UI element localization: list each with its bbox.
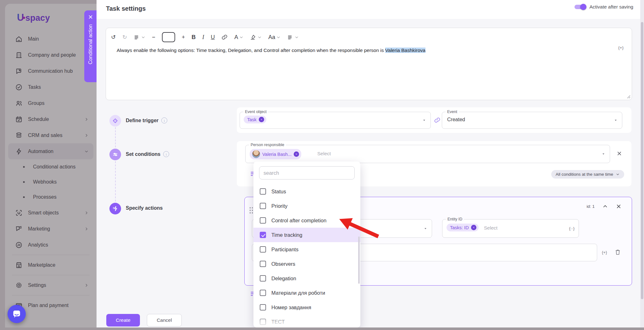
conditions-step: Set conditionsi xyxy=(126,151,169,157)
trash-icon[interactable] xyxy=(614,249,621,255)
checkbox[interactable] xyxy=(260,246,266,253)
checkbox[interactable] xyxy=(260,261,266,267)
link-button[interactable] xyxy=(221,34,228,40)
chip-remove-icon[interactable] xyxy=(259,117,264,122)
dropdown-option[interactable]: Priority xyxy=(253,199,360,213)
underline-button[interactable]: U xyxy=(211,34,215,40)
conditions-step-icon xyxy=(109,149,121,160)
activate-toggle[interactable] xyxy=(575,5,585,9)
line-spacing-button[interactable] xyxy=(134,34,145,40)
checkbox[interactable] xyxy=(260,203,266,209)
conditions-dropdown: Status Priority Control after completion… xyxy=(253,162,360,327)
dropdown-option[interactable]: Observers xyxy=(253,257,360,271)
chip-remove-icon[interactable] xyxy=(294,151,299,157)
chip-remove-icon[interactable] xyxy=(471,225,476,230)
font-size-box[interactable] xyxy=(162,32,175,42)
trigger-step-icon xyxy=(109,115,121,127)
braces-token-button[interactable]: {··} xyxy=(569,226,575,231)
checkbox[interactable] xyxy=(260,290,266,296)
conditions-combine-select[interactable]: All conditions at the same time xyxy=(551,170,624,179)
trigger-card: Event object Task Event Created xyxy=(237,107,631,133)
trigger-step: Define triggeri xyxy=(126,117,167,123)
lines-icon xyxy=(134,34,140,40)
dropdown-arrow-icon xyxy=(424,227,427,230)
dropdown-options: Status Priority Control after completion… xyxy=(253,184,360,327)
dropdown-option[interactable]: ТЕСТ xyxy=(253,315,360,327)
dropdown-option[interactable]: Participants xyxy=(253,242,360,257)
checkbox[interactable] xyxy=(260,188,266,195)
activate-toggle-group: Activate after saving xyxy=(575,4,633,10)
align-button[interactable] xyxy=(287,34,299,40)
event-select[interactable]: Event Created xyxy=(442,112,622,129)
dropdown-option[interactable]: Status xyxy=(253,184,360,199)
checkbox[interactable] xyxy=(260,304,266,310)
chevron-down-icon xyxy=(295,35,299,39)
decrease-font-button[interactable]: − xyxy=(152,34,155,40)
panel-scrollbar-thumb[interactable] xyxy=(641,22,643,299)
highlight-button[interactable] xyxy=(250,34,262,40)
dropdown-arrow-icon xyxy=(602,152,605,156)
editor-toolbar: ↺ ↻ − + B I U A Aa xyxy=(111,31,299,43)
page-title: Task settings xyxy=(106,5,146,12)
dropdown-option[interactable]: Control after completion xyxy=(253,213,360,228)
step-connector xyxy=(115,161,116,202)
collapse-icon[interactable] xyxy=(602,203,608,209)
actions-step-icon xyxy=(109,203,121,214)
checkbox[interactable] xyxy=(260,275,266,282)
actions-step: Specify actions xyxy=(126,205,163,211)
step-connector xyxy=(115,127,116,147)
align-icon xyxy=(287,34,293,40)
redo-icon[interactable]: ↻ xyxy=(122,34,127,40)
remove-action-icon[interactable] xyxy=(616,203,622,209)
increase-font-button[interactable]: + xyxy=(182,34,185,40)
dropdown-option[interactable]: Номер завдання xyxy=(253,300,360,315)
activate-toggle-label: Activate after saving xyxy=(589,4,633,10)
search-input[interactable] xyxy=(259,166,355,179)
chat-launcher-button[interactable] xyxy=(8,305,26,323)
checkbox[interactable] xyxy=(260,232,266,238)
create-button[interactable]: Create xyxy=(106,314,140,327)
event-object-select[interactable]: Event object Task xyxy=(240,112,431,129)
letter-case-button[interactable]: Aa xyxy=(268,34,280,40)
chat-bubble-icon xyxy=(12,309,21,319)
resize-handle[interactable] xyxy=(627,95,630,99)
close-icon[interactable] xyxy=(88,14,93,20)
undo-icon[interactable]: ↺ xyxy=(111,34,116,40)
insert-token-button[interactable]: {+} xyxy=(618,45,624,50)
highlighter-icon xyxy=(250,34,256,40)
person-chip: Valeria Bash... xyxy=(250,149,301,159)
dropdown-option[interactable]: Delegation xyxy=(253,271,360,286)
info-icon[interactable]: i xyxy=(163,151,169,157)
italic-button[interactable]: I xyxy=(202,34,204,40)
dropdown-option[interactable]: Матеріали для роботи xyxy=(253,286,360,300)
drag-handle-icon[interactable] xyxy=(249,207,253,213)
checkbox[interactable] xyxy=(260,217,266,224)
highlighted-text: Valeria Bashkirova xyxy=(385,48,425,53)
chevron-down-icon xyxy=(276,35,280,39)
dropdown-arrow-icon xyxy=(422,119,426,122)
toggle-knob xyxy=(580,4,586,10)
font-color-button[interactable]: A xyxy=(234,34,243,40)
dropdown-scrollbar-thumb[interactable] xyxy=(358,236,360,284)
editor-card[interactable]: ↺ ↻ − + B I U A Aa Always enable the fol… xyxy=(106,28,632,100)
tab-label: Conditional action xyxy=(88,24,93,64)
cancel-button[interactable]: Cancel xyxy=(147,314,182,327)
chevron-down-icon xyxy=(239,35,243,39)
task-settings-panel: Task settings Activate after saving ↺ ↻ … xyxy=(97,0,644,327)
chevron-down-icon xyxy=(141,35,145,39)
bold-button[interactable]: B xyxy=(192,34,196,40)
person-responsible-select[interactable]: Person responsible Valeria Bash... Selec… xyxy=(245,145,610,163)
entity-chip: Tasks: ID xyxy=(447,224,479,231)
event-object-chip: Task xyxy=(244,116,266,123)
entity-id-select[interactable]: Entity ID Tasks: ID Select {··} xyxy=(442,219,579,238)
link-icon xyxy=(221,34,228,40)
dropdown-option[interactable]: Time tracking xyxy=(253,228,360,242)
conditional-action-tab[interactable]: Conditional action xyxy=(84,10,97,82)
info-icon[interactable]: i xyxy=(161,117,167,123)
remove-condition-icon[interactable] xyxy=(616,151,622,156)
editor-text[interactable]: Always enable the following options: Tim… xyxy=(117,47,603,54)
chevron-down-icon xyxy=(258,35,262,39)
plus-token-button[interactable]: {+} xyxy=(602,250,607,255)
checkbox[interactable] xyxy=(260,319,266,325)
dropdown-arrow-icon xyxy=(614,119,618,122)
